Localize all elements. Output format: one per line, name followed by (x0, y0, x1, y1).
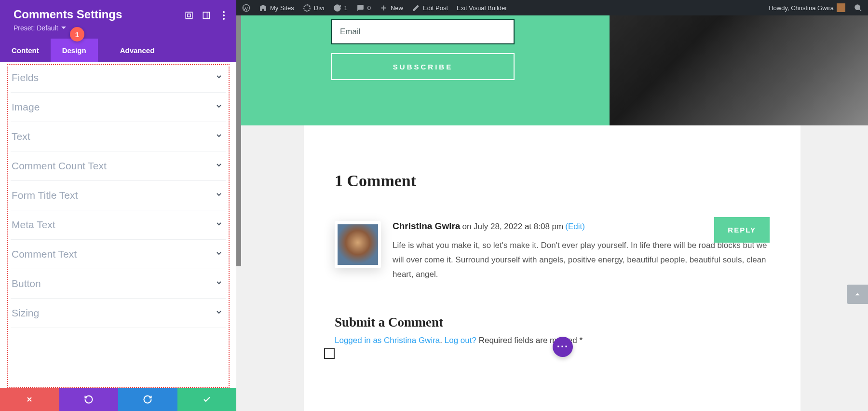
panel-footer (0, 388, 236, 411)
subscribe-button[interactable]: SUBSCRIBE (331, 53, 515, 80)
design-groups-highlight: Fields Image Text Comment Count Text For… (7, 64, 230, 388)
email-field[interactable]: Email (331, 19, 515, 44)
group-label: Image (12, 101, 40, 113)
preset-label: Preset: Default (14, 24, 58, 32)
my-sites[interactable]: My Sites (259, 4, 294, 12)
svg-point-5 (223, 14, 225, 16)
group-label: Text (12, 131, 30, 142)
wp-admin-bar: My Sites Divi 1 0 New Edit Post Exit Vis… (236, 0, 868, 15)
avatar (338, 224, 378, 265)
group-meta-text[interactable]: Meta Text (11, 210, 226, 240)
chevron-down-icon (215, 161, 223, 171)
comment-body: Christina Gwira on July 28, 2022 at 8:08… (393, 221, 770, 281)
tab-advanced[interactable]: Advanced (108, 39, 166, 62)
chevron-down-icon (215, 102, 223, 112)
preset-dropdown[interactable]: Preset: Default (14, 24, 227, 32)
avatar (837, 3, 845, 12)
my-sites-label: My Sites (270, 4, 294, 12)
svg-rect-2 (203, 12, 210, 19)
panel-header: Comments Settings Preset: Default 1 (0, 0, 236, 39)
chevron-down-icon (215, 132, 223, 141)
comment-count: 1 Comment (335, 172, 770, 190)
svg-point-8 (304, 5, 310, 11)
chevron-down-icon (215, 249, 223, 259)
edit-post[interactable]: Edit Post (412, 4, 448, 12)
group-label: Fields (12, 72, 39, 83)
logout-link[interactable]: Log out? (445, 336, 476, 345)
settings-list: Fields Image Text Comment Count Text For… (0, 62, 236, 388)
wp-logo[interactable] (242, 4, 250, 12)
new-content[interactable]: New (380, 4, 403, 12)
group-comment-text[interactable]: Comment Text (11, 240, 226, 269)
comment-author: Christina Gwira (393, 221, 460, 231)
group-comment-count-text[interactable]: Comment Count Text (11, 151, 226, 181)
logged-in-link[interactable]: Logged in as Christina Gwira (335, 336, 440, 345)
more-icon[interactable] (219, 11, 229, 20)
svg-rect-1 (188, 14, 190, 17)
comments-count-label: 0 (367, 4, 371, 12)
hero-section: Email SUBSCRIBE (236, 15, 868, 125)
chevron-down-icon (215, 279, 223, 288)
tab-design[interactable]: Design (51, 39, 98, 62)
group-text[interactable]: Text (11, 122, 226, 151)
subscribe-form: Email SUBSCRIBE (236, 15, 610, 125)
exit-label: Exit Visual Builder (457, 4, 507, 12)
redo-button[interactable] (118, 388, 177, 411)
group-label: Meta Text (12, 219, 55, 231)
panel-tabs: Content Design Advanced (0, 39, 236, 62)
chevron-down-icon (61, 26, 66, 30)
page-preview: My Sites Divi 1 0 New Edit Post Exit Vis… (236, 0, 868, 411)
reply-button[interactable]: REPLY (714, 217, 770, 243)
group-sizing[interactable]: Sizing (11, 299, 226, 328)
group-label: Form Title Text (12, 190, 78, 201)
login-line: Logged in as Christina Gwira. Log out? R… (335, 336, 770, 345)
edit-post-label: Edit Post (423, 4, 448, 12)
hero-image (610, 15, 868, 125)
cancel-button[interactable] (0, 388, 59, 411)
group-image[interactable]: Image (11, 93, 226, 122)
comment-item: Christina Gwira on July 28, 2022 at 8:08… (335, 221, 770, 281)
svg-point-4 (223, 11, 225, 13)
layout-icon[interactable] (202, 11, 211, 20)
checkbox[interactable] (324, 348, 335, 359)
howdy-label: Howdy, Christina Gwira (769, 4, 834, 12)
group-button[interactable]: Button (11, 269, 226, 299)
refresh[interactable]: 1 (333, 4, 348, 12)
chevron-down-icon (215, 73, 223, 82)
group-label: Comment Count Text (12, 160, 107, 172)
svg-rect-0 (186, 12, 192, 19)
howdy-user[interactable]: Howdy, Christina Gwira (769, 3, 845, 12)
avatar-wrap (335, 221, 381, 268)
svg-point-9 (855, 5, 860, 10)
laptop-photo (610, 15, 868, 125)
step-badge: 1 (70, 27, 84, 41)
group-label: Comment Text (12, 248, 77, 260)
group-label: Sizing (12, 307, 39, 319)
email-placeholder: Email (340, 27, 361, 37)
search-icon[interactable] (854, 4, 862, 12)
chevron-down-icon (215, 191, 223, 200)
edit-comment-link[interactable]: (Edit) (565, 222, 585, 231)
new-label: New (391, 4, 403, 12)
undo-button[interactable] (59, 388, 119, 411)
chevron-down-icon (215, 220, 223, 230)
site-name[interactable]: Divi (303, 4, 325, 12)
comments-module: 1 Comment Christina Gwira on July 28, 20… (304, 125, 800, 411)
site-name-label: Divi (314, 4, 325, 12)
scrollbar[interactable] (236, 15, 241, 266)
save-button[interactable] (177, 388, 237, 411)
exit-visual-builder[interactable]: Exit Visual Builder (457, 4, 507, 12)
group-fields[interactable]: Fields (11, 65, 226, 93)
comments-count[interactable]: 0 (356, 4, 371, 12)
comment-date: on July 28, 2022 at 8:08 pm (462, 222, 563, 231)
chevron-down-icon (215, 308, 223, 318)
builder-fab[interactable]: ··· (553, 337, 573, 357)
refresh-count: 1 (344, 4, 348, 12)
tab-content[interactable]: Content (0, 39, 51, 62)
expand-icon[interactable] (184, 11, 194, 20)
group-form-title-text[interactable]: Form Title Text (11, 181, 226, 210)
scroll-top-button[interactable] (847, 285, 868, 304)
comment-text: Life is what you make it, so let's make … (393, 238, 770, 281)
svg-point-6 (223, 18, 225, 20)
group-label: Button (12, 278, 41, 289)
